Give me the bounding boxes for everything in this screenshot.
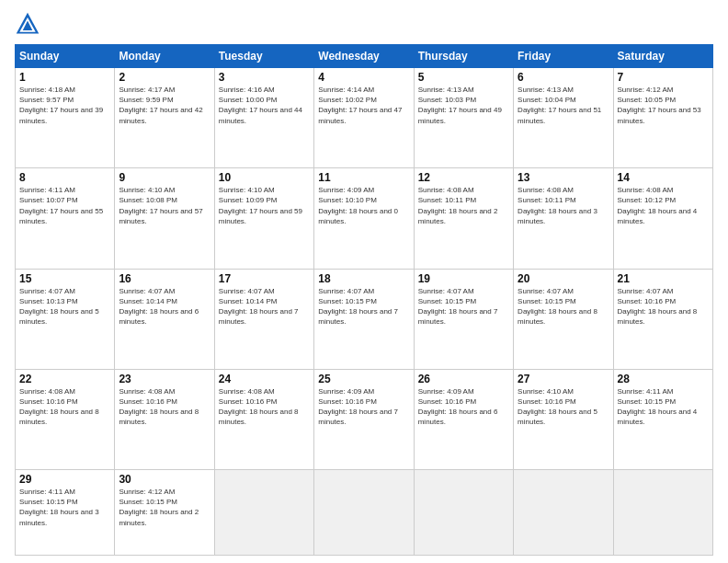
day-number: 8 xyxy=(19,171,110,184)
week-row-5: 29Sunrise: 4:11 AMSunset: 10:15 PMDaylig… xyxy=(16,470,713,556)
day-number: 14 xyxy=(618,171,709,184)
day-number: 4 xyxy=(318,71,409,84)
calendar-cell: 22Sunrise: 4:08 AMSunset: 10:16 PMDaylig… xyxy=(16,369,115,469)
calendar-table: SundayMondayTuesdayWednesdayThursdayFrid… xyxy=(15,44,713,556)
day-info: Sunrise: 4:17 AMSunset: 9:59 PMDaylight:… xyxy=(119,85,210,126)
day-info: Sunrise: 4:08 AMSunset: 10:16 PMDaylight… xyxy=(219,386,310,428)
day-number: 9 xyxy=(119,171,210,184)
day-number: 23 xyxy=(119,373,210,385)
day-number: 7 xyxy=(618,71,709,84)
calendar-cell: 6Sunrise: 4:13 AMSunset: 10:04 PMDayligh… xyxy=(514,68,613,168)
day-number: 6 xyxy=(518,71,609,84)
calendar-cell: 24Sunrise: 4:08 AMSunset: 10:16 PMDaylig… xyxy=(214,369,313,469)
day-info: Sunrise: 4:08 AMSunset: 10:11 PMDaylight… xyxy=(418,185,509,226)
calendar-cell: 27Sunrise: 4:10 AMSunset: 10:16 PMDaylig… xyxy=(514,369,613,469)
calendar-cell: 2Sunrise: 4:17 AMSunset: 9:59 PMDaylight… xyxy=(115,68,214,168)
day-info: Sunrise: 4:08 AMSunset: 10:12 PMDaylight… xyxy=(618,185,709,226)
day-info: Sunrise: 4:09 AMSunset: 10:16 PMDaylight… xyxy=(318,386,409,428)
day-info: Sunrise: 4:07 AMSunset: 10:15 PMDaylight… xyxy=(318,286,409,327)
day-number: 10 xyxy=(219,171,310,184)
calendar-cell: 3Sunrise: 4:16 AMSunset: 10:00 PMDayligh… xyxy=(214,68,313,168)
day-info: Sunrise: 4:11 AMSunset: 10:15 PMDaylight… xyxy=(19,487,110,528)
day-info: Sunrise: 4:08 AMSunset: 10:11 PMDaylight… xyxy=(518,185,609,226)
day-info: Sunrise: 4:11 AMSunset: 10:07 PMDaylight… xyxy=(19,185,110,226)
day-info: Sunrise: 4:11 AMSunset: 10:15 PMDaylight… xyxy=(618,386,709,428)
calendar-cell: 13Sunrise: 4:08 AMSunset: 10:11 PMDaylig… xyxy=(514,168,613,269)
calendar-cell: 18Sunrise: 4:07 AMSunset: 10:15 PMDaylig… xyxy=(314,269,414,369)
weekday-tuesday: Tuesday xyxy=(214,45,313,68)
weekday-saturday: Saturday xyxy=(613,45,712,68)
day-number: 16 xyxy=(119,272,210,285)
logo-icon xyxy=(15,11,40,37)
calendar-cell: 12Sunrise: 4:08 AMSunset: 10:11 PMDaylig… xyxy=(414,168,513,269)
day-info: Sunrise: 4:12 AMSunset: 10:15 PMDaylight… xyxy=(119,487,210,528)
day-number: 19 xyxy=(418,272,509,285)
day-info: Sunrise: 4:13 AMSunset: 10:04 PMDaylight… xyxy=(518,85,609,126)
day-number: 11 xyxy=(318,171,409,184)
calendar-cell: 26Sunrise: 4:09 AMSunset: 10:16 PMDaylig… xyxy=(414,369,513,469)
calendar-cell xyxy=(514,470,613,556)
day-info: Sunrise: 4:10 AMSunset: 10:16 PMDaylight… xyxy=(518,386,609,428)
calendar-cell: 4Sunrise: 4:14 AMSunset: 10:02 PMDayligh… xyxy=(314,68,414,168)
calendar-cell: 5Sunrise: 4:13 AMSunset: 10:03 PMDayligh… xyxy=(414,68,513,168)
day-number: 26 xyxy=(418,373,509,385)
weekday-header-row: SundayMondayTuesdayWednesdayThursdayFrid… xyxy=(16,45,713,68)
calendar-cell: 17Sunrise: 4:07 AMSunset: 10:14 PMDaylig… xyxy=(214,269,313,369)
page: SundayMondayTuesdayWednesdayThursdayFrid… xyxy=(0,0,728,563)
day-info: Sunrise: 4:10 AMSunset: 10:08 PMDaylight… xyxy=(119,185,210,226)
day-info: Sunrise: 4:07 AMSunset: 10:14 PMDaylight… xyxy=(119,286,210,327)
day-number: 3 xyxy=(219,71,310,84)
day-info: Sunrise: 4:16 AMSunset: 10:00 PMDaylight… xyxy=(219,85,310,126)
day-info: Sunrise: 4:18 AMSunset: 9:57 PMDaylight:… xyxy=(19,85,110,126)
calendar-cell: 28Sunrise: 4:11 AMSunset: 10:15 PMDaylig… xyxy=(613,369,712,469)
calendar-cell: 20Sunrise: 4:07 AMSunset: 10:15 PMDaylig… xyxy=(514,269,613,369)
logo xyxy=(15,11,44,37)
day-info: Sunrise: 4:14 AMSunset: 10:02 PMDaylight… xyxy=(318,85,409,126)
calendar-cell: 23Sunrise: 4:08 AMSunset: 10:16 PMDaylig… xyxy=(115,369,214,469)
day-number: 28 xyxy=(618,373,709,385)
day-number: 29 xyxy=(19,473,110,486)
day-number: 20 xyxy=(518,272,609,285)
calendar-cell: 8Sunrise: 4:11 AMSunset: 10:07 PMDayligh… xyxy=(16,168,115,269)
weekday-thursday: Thursday xyxy=(414,45,513,68)
day-number: 25 xyxy=(318,373,409,385)
week-row-3: 15Sunrise: 4:07 AMSunset: 10:13 PMDaylig… xyxy=(16,269,713,369)
day-number: 13 xyxy=(518,171,609,184)
day-info: Sunrise: 4:08 AMSunset: 10:16 PMDaylight… xyxy=(19,386,110,428)
week-row-1: 1Sunrise: 4:18 AMSunset: 9:57 PMDaylight… xyxy=(16,68,713,168)
day-number: 18 xyxy=(318,272,409,285)
day-info: Sunrise: 4:12 AMSunset: 10:05 PMDaylight… xyxy=(618,85,709,126)
weekday-sunday: Sunday xyxy=(16,45,115,68)
weekday-friday: Friday xyxy=(514,45,613,68)
day-info: Sunrise: 4:07 AMSunset: 10:15 PMDaylight… xyxy=(518,286,609,327)
day-number: 21 xyxy=(618,272,709,285)
day-number: 30 xyxy=(119,473,210,486)
day-number: 24 xyxy=(219,373,310,385)
calendar-cell: 1Sunrise: 4:18 AMSunset: 9:57 PMDaylight… xyxy=(16,68,115,168)
day-number: 12 xyxy=(418,171,509,184)
day-number: 22 xyxy=(19,373,110,385)
week-row-2: 8Sunrise: 4:11 AMSunset: 10:07 PMDayligh… xyxy=(16,168,713,269)
week-row-4: 22Sunrise: 4:08 AMSunset: 10:16 PMDaylig… xyxy=(16,369,713,469)
weekday-wednesday: Wednesday xyxy=(314,45,414,68)
day-info: Sunrise: 4:10 AMSunset: 10:09 PMDaylight… xyxy=(219,185,310,226)
day-info: Sunrise: 4:07 AMSunset: 10:13 PMDaylight… xyxy=(19,286,110,327)
calendar-cell xyxy=(314,470,414,556)
day-info: Sunrise: 4:09 AMSunset: 10:10 PMDaylight… xyxy=(318,185,409,226)
calendar-cell: 11Sunrise: 4:09 AMSunset: 10:10 PMDaylig… xyxy=(314,168,414,269)
header xyxy=(15,11,713,37)
calendar-cell: 10Sunrise: 4:10 AMSunset: 10:09 PMDaylig… xyxy=(214,168,313,269)
calendar-cell: 16Sunrise: 4:07 AMSunset: 10:14 PMDaylig… xyxy=(115,269,214,369)
day-number: 5 xyxy=(418,71,509,84)
day-number: 27 xyxy=(518,373,609,385)
calendar-cell xyxy=(414,470,513,556)
weekday-monday: Monday xyxy=(115,45,214,68)
day-info: Sunrise: 4:07 AMSunset: 10:16 PMDaylight… xyxy=(618,286,709,327)
day-number: 17 xyxy=(219,272,310,285)
calendar-cell: 7Sunrise: 4:12 AMSunset: 10:05 PMDayligh… xyxy=(613,68,712,168)
day-info: Sunrise: 4:08 AMSunset: 10:16 PMDaylight… xyxy=(119,386,210,428)
calendar-cell: 15Sunrise: 4:07 AMSunset: 10:13 PMDaylig… xyxy=(16,269,115,369)
calendar-cell xyxy=(214,470,313,556)
calendar-cell xyxy=(613,470,712,556)
day-number: 15 xyxy=(19,272,110,285)
